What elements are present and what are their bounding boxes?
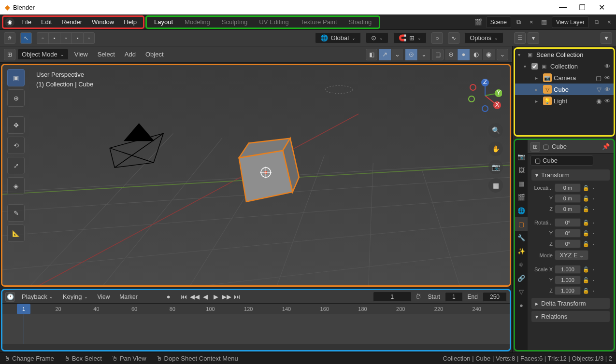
prop-tab-constraints-icon[interactable]: 🔗 bbox=[515, 271, 528, 285]
outliner-item-light[interactable]: ▸ 💡 Light ◉ 👁 bbox=[515, 95, 614, 107]
cursor-tool-icon[interactable]: ↖ bbox=[20, 32, 32, 44]
view-object-types-icon[interactable]: ◧ bbox=[366, 49, 377, 60]
relations-panel-header[interactable]: ▾ Relations bbox=[531, 311, 610, 322]
select-new-icon[interactable]: ▫ bbox=[37, 32, 48, 44]
prev-key-icon[interactable]: ◀◀ bbox=[190, 292, 200, 302]
location-x-field[interactable]: 0 m bbox=[555, 183, 581, 192]
lock-icon[interactable]: 🔓 bbox=[583, 241, 589, 247]
lock-icon[interactable]: 🔓 bbox=[583, 206, 589, 212]
tool-rotate-icon[interactable]: ⟲ bbox=[7, 137, 25, 154]
play-reverse-icon[interactable]: ◀ bbox=[201, 292, 210, 302]
menu-help[interactable]: Help bbox=[119, 16, 142, 28]
viewport-menu-view[interactable]: View bbox=[71, 49, 92, 60]
rotation-z-field[interactable]: 0° bbox=[555, 239, 581, 248]
viewport-menu-object[interactable]: Object bbox=[142, 49, 168, 60]
viewport-menu-add[interactable]: Add bbox=[121, 49, 140, 60]
keyframe-dot-icon[interactable]: • bbox=[591, 221, 596, 225]
stopwatch-icon[interactable]: ⏱ bbox=[414, 292, 423, 302]
tool-cursor-icon[interactable]: ⊕ bbox=[7, 89, 25, 107]
outliner-editor-type-icon[interactable]: ☰ bbox=[514, 32, 526, 44]
lock-icon[interactable]: 🔓 bbox=[583, 277, 589, 283]
keyframe-dot-icon[interactable]: • bbox=[591, 186, 596, 190]
select-intersect-icon[interactable]: ▫ bbox=[83, 32, 95, 44]
lock-icon[interactable]: 🔓 bbox=[583, 220, 589, 226]
playhead[interactable]: 1 bbox=[17, 304, 30, 314]
app-menu-icon[interactable]: ◉ bbox=[5, 17, 14, 27]
zoom-icon[interactable]: 🔍 bbox=[488, 123, 503, 138]
proportional-falloff-icon[interactable]: ∿ bbox=[448, 32, 459, 44]
workspace-tab-layout[interactable]: Layout bbox=[148, 16, 179, 28]
scene-browse-icon[interactable]: 🎬 bbox=[473, 17, 483, 27]
disclosure-icon[interactable]: ▾ bbox=[524, 64, 530, 69]
rotation-x-field[interactable]: 0° bbox=[555, 218, 581, 227]
keyframe-dot-icon[interactable]: • bbox=[591, 289, 596, 293]
workspace-tab-shading[interactable]: Shading bbox=[343, 16, 378, 28]
viewport-3d[interactable]: User Perspective (1) Collection | Cube ▣… bbox=[1, 64, 511, 287]
tool-annotate-icon[interactable]: ✎ bbox=[7, 204, 25, 222]
timeline-playback-menu[interactable]: Playback⌄ bbox=[19, 292, 56, 302]
viewlayer-selector[interactable]: View Layer bbox=[552, 16, 589, 28]
prop-tab-physics-icon[interactable]: ⚛ bbox=[515, 258, 528, 271]
prop-tab-scene-icon[interactable]: 🎬 bbox=[515, 190, 528, 204]
maximize-button[interactable]: ☐ bbox=[573, 0, 592, 14]
scale-z-field[interactable]: 1.000 bbox=[555, 286, 581, 295]
viewlayer-delete-icon[interactable]: × bbox=[604, 17, 614, 27]
viewlayer-copy-icon[interactable]: ⧉ bbox=[592, 17, 602, 27]
workspace-tab-uv-editing[interactable]: UV Editing bbox=[253, 16, 294, 28]
lock-icon[interactable]: 🔓 bbox=[583, 185, 589, 191]
tool-select-box-icon[interactable]: ▣ bbox=[7, 69, 25, 86]
visibility-icon[interactable]: 👁 bbox=[604, 63, 611, 70]
select-invert-icon[interactable]: ▪ bbox=[72, 32, 83, 44]
tool-move-icon[interactable]: ✥ bbox=[7, 116, 25, 134]
timeline-body[interactable] bbox=[2, 314, 510, 344]
prop-tab-object-icon[interactable]: ▢ bbox=[515, 217, 528, 231]
location-z-field[interactable]: 0 m bbox=[555, 205, 581, 213]
play-icon[interactable]: ▶ bbox=[211, 292, 221, 302]
select-mode-icon[interactable]: # bbox=[4, 32, 15, 44]
scale-y-field[interactable]: 1.000 bbox=[555, 276, 581, 284]
prop-tab-render-icon[interactable]: 📷 bbox=[515, 150, 528, 163]
visibility-icon[interactable]: 👁 bbox=[604, 86, 611, 93]
frame-start-field[interactable]: 1 bbox=[445, 292, 463, 302]
shading-wireframe-icon[interactable]: ⊕ bbox=[445, 49, 458, 60]
shading-rendered-icon[interactable]: ◉ bbox=[483, 49, 495, 60]
prop-tab-particles-icon[interactable]: ✨ bbox=[515, 244, 528, 258]
keyframe-dot-icon[interactable]: • bbox=[591, 196, 596, 201]
gizmo-dropdown-icon[interactable]: ⌄ bbox=[391, 49, 404, 60]
prop-tab-data-icon[interactable]: ▽ bbox=[515, 285, 528, 298]
select-extend-icon[interactable]: ▪ bbox=[48, 32, 60, 44]
timeline-keying-menu[interactable]: Keying⌄ bbox=[60, 292, 91, 302]
keyframe-dot-icon[interactable]: • bbox=[591, 278, 596, 282]
menu-edit[interactable]: Edit bbox=[36, 16, 57, 28]
current-frame-field[interactable]: 1 bbox=[373, 292, 412, 302]
datablock-name-field[interactable]: ▢ Cube bbox=[530, 155, 593, 166]
rotation-mode-dropdown[interactable]: XYZ E ⌄ bbox=[555, 250, 588, 260]
prop-tab-world-icon[interactable]: 🌐 bbox=[515, 204, 528, 217]
lock-icon[interactable]: 🔓 bbox=[583, 288, 589, 294]
select-subtract-icon[interactable]: ▫ bbox=[60, 32, 72, 44]
disclosure-icon[interactable]: ▾ bbox=[518, 52, 524, 57]
outliner-item-camera[interactable]: ▸ 📷 Camera ▢ 👁 bbox=[515, 72, 614, 84]
properties-editor-type-icon[interactable]: ⊞ bbox=[530, 142, 540, 152]
menu-render[interactable]: Render bbox=[57, 16, 87, 28]
prop-tab-output-icon[interactable]: 🖼 bbox=[515, 163, 528, 177]
scale-x-field[interactable]: 1.000 bbox=[555, 265, 581, 274]
timeline-editor-type-icon[interactable]: 🕐 bbox=[5, 292, 15, 302]
prop-tab-modifiers-icon[interactable]: 🔧 bbox=[515, 231, 528, 244]
scene-delete-icon[interactable]: × bbox=[527, 17, 536, 27]
prop-tab-material-icon[interactable]: ● bbox=[515, 298, 528, 312]
disclosure-icon[interactable]: ▸ bbox=[535, 87, 541, 92]
shading-matprev-icon[interactable]: ◐ bbox=[470, 49, 483, 60]
lock-icon[interactable]: 🔓 bbox=[583, 266, 589, 273]
xray-toggle-icon[interactable]: ◫ bbox=[432, 49, 444, 60]
autokey-icon[interactable]: ● bbox=[164, 292, 173, 302]
workspace-tab-modeling[interactable]: Modeling bbox=[179, 16, 216, 28]
visibility-icon[interactable]: 👁 bbox=[604, 98, 611, 105]
viewport-menu-select[interactable]: Select bbox=[94, 49, 119, 60]
shading-solid-icon[interactable]: ● bbox=[458, 49, 470, 60]
shading-dropdown-icon[interactable]: ⌄ bbox=[497, 49, 508, 60]
keyframe-dot-icon[interactable]: • bbox=[591, 231, 596, 236]
pivot-point-dropdown[interactable]: ⊙⌄ bbox=[366, 32, 388, 43]
close-button[interactable]: ✕ bbox=[592, 0, 611, 14]
prop-tab-viewlayer-icon[interactable]: ▦ bbox=[515, 177, 528, 190]
